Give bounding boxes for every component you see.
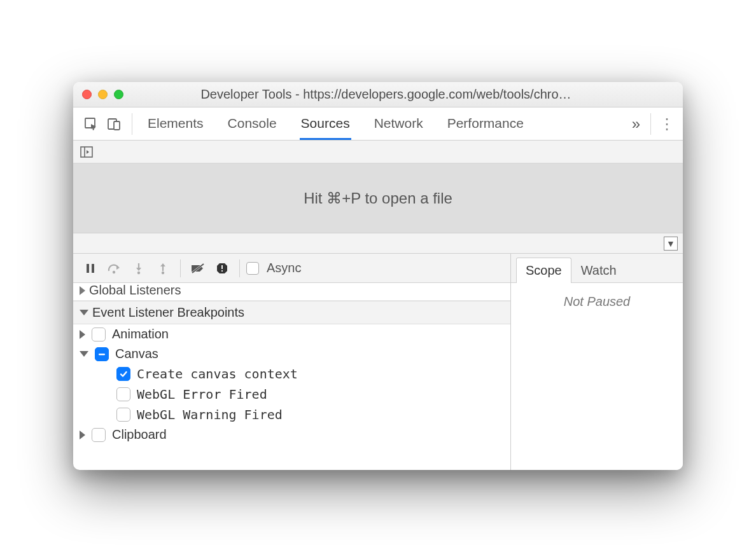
breakpoints-tree: Global Listeners Event Listener Breakpoi… xyxy=(73,283,510,470)
not-paused-message: Not Paused xyxy=(564,294,631,309)
event-webgl-error-fired[interactable]: WebGL Error Fired xyxy=(91,384,510,404)
step-over-icon[interactable] xyxy=(104,258,125,279)
pause-script-icon[interactable] xyxy=(80,258,101,279)
debugger-left-pane: Async Global Listeners Event Listener Br… xyxy=(73,254,511,470)
pause-on-exceptions-icon[interactable] xyxy=(211,258,233,279)
main-toolbar: Elements Console Sources Network Perform… xyxy=(73,107,683,141)
window-title: Developer Tools - https://developers.goo… xyxy=(136,87,674,102)
settings-menu-icon[interactable]: ⋮ xyxy=(657,115,676,133)
disclosure-right-icon xyxy=(80,330,85,339)
event-label: WebGL Warning Fired xyxy=(137,407,283,422)
disclosure-right-icon xyxy=(80,431,85,439)
expand-drawer-icon[interactable]: ▼ xyxy=(664,237,678,251)
async-label: Async xyxy=(267,261,301,275)
category-animation[interactable]: Animation xyxy=(73,324,510,344)
separator xyxy=(650,113,651,135)
disclosure-right-icon xyxy=(80,286,85,295)
section-label: Event Listener Breakpoints xyxy=(92,305,244,320)
titlebar: Developer Tools - https://developers.goo… xyxy=(73,82,683,107)
category-clipboard[interactable]: Clipboard xyxy=(73,425,510,445)
deactivate-breakpoints-icon[interactable] xyxy=(187,258,209,279)
checkbox-indeterminate[interactable] xyxy=(95,347,109,361)
checkbox-checked[interactable] xyxy=(116,367,130,381)
svg-rect-5 xyxy=(87,264,89,273)
svg-rect-2 xyxy=(114,121,120,130)
scope-body: Not Paused xyxy=(511,283,683,470)
toggle-device-toolbar-icon[interactable] xyxy=(102,113,125,135)
separator xyxy=(132,113,132,135)
minimize-window-button[interactable] xyxy=(98,90,108,99)
panel-tabs: Elements Console Sources Network Perform… xyxy=(146,108,628,140)
svg-point-11 xyxy=(162,271,164,273)
drawer-toggle-bar: ▼ xyxy=(73,233,683,254)
event-label: WebGL Error Fired xyxy=(137,387,267,402)
more-tabs-icon[interactable]: » xyxy=(628,115,644,133)
svg-rect-15 xyxy=(221,270,223,272)
section-global-listeners[interactable]: Global Listeners xyxy=(73,283,510,301)
checkbox[interactable] xyxy=(92,428,106,442)
step-out-icon[interactable] xyxy=(152,258,174,279)
disclosure-down-icon xyxy=(80,351,88,357)
tab-network[interactable]: Network xyxy=(373,108,424,140)
event-webgl-warning-fired[interactable]: WebGL Warning Fired xyxy=(91,404,510,425)
hint-text: Hit ⌘+P to open a file xyxy=(304,190,452,207)
canvas-children: Create canvas context WebGL Error Fired … xyxy=(73,364,510,425)
debugger-toolbar: Async xyxy=(73,254,510,283)
svg-rect-6 xyxy=(92,264,94,273)
debugger-panes: Async Global Listeners Event Listener Br… xyxy=(73,254,683,470)
async-checkbox[interactable] xyxy=(246,262,259,275)
debugger-right-pane: Scope Watch Not Paused xyxy=(511,254,683,470)
inspect-element-icon[interactable] xyxy=(80,113,102,135)
zoom-window-button[interactable] xyxy=(114,90,123,99)
step-into-icon[interactable] xyxy=(128,258,150,279)
show-navigator-icon[interactable] xyxy=(80,145,94,159)
tab-watch[interactable]: Watch xyxy=(571,258,626,283)
close-window-button[interactable] xyxy=(82,90,92,99)
sources-navigator-toolbar xyxy=(73,141,683,163)
window-controls xyxy=(82,90,123,99)
section-label: Global Listeners xyxy=(89,283,181,298)
open-file-hint: Hit ⌘+P to open a file xyxy=(73,163,683,233)
right-tabs: Scope Watch xyxy=(511,254,683,283)
separator xyxy=(180,259,181,277)
category-label: Canvas xyxy=(115,347,158,361)
category-label: Animation xyxy=(112,327,169,342)
checkbox[interactable] xyxy=(92,328,106,342)
svg-rect-14 xyxy=(221,265,223,269)
tab-scope[interactable]: Scope xyxy=(516,258,571,283)
tab-sources[interactable]: Sources xyxy=(300,108,351,140)
svg-point-7 xyxy=(113,270,115,273)
checkbox[interactable] xyxy=(116,408,130,422)
event-label: Create canvas context xyxy=(137,366,298,382)
checkbox[interactable] xyxy=(116,387,130,401)
section-event-listener-breakpoints[interactable]: Event Listener Breakpoints xyxy=(73,301,510,324)
category-canvas[interactable]: Canvas xyxy=(73,344,510,364)
disclosure-down-icon xyxy=(80,310,88,315)
category-label: Clipboard xyxy=(112,427,167,442)
tab-elements[interactable]: Elements xyxy=(146,108,205,140)
tab-console[interactable]: Console xyxy=(227,108,278,140)
tab-performance[interactable]: Performance xyxy=(446,108,525,140)
devtools-window: Developer Tools - https://developers.goo… xyxy=(73,82,683,470)
svg-point-9 xyxy=(137,271,140,273)
separator xyxy=(239,259,240,277)
event-create-canvas-context[interactable]: Create canvas context xyxy=(91,364,510,384)
svg-rect-16 xyxy=(99,354,105,355)
